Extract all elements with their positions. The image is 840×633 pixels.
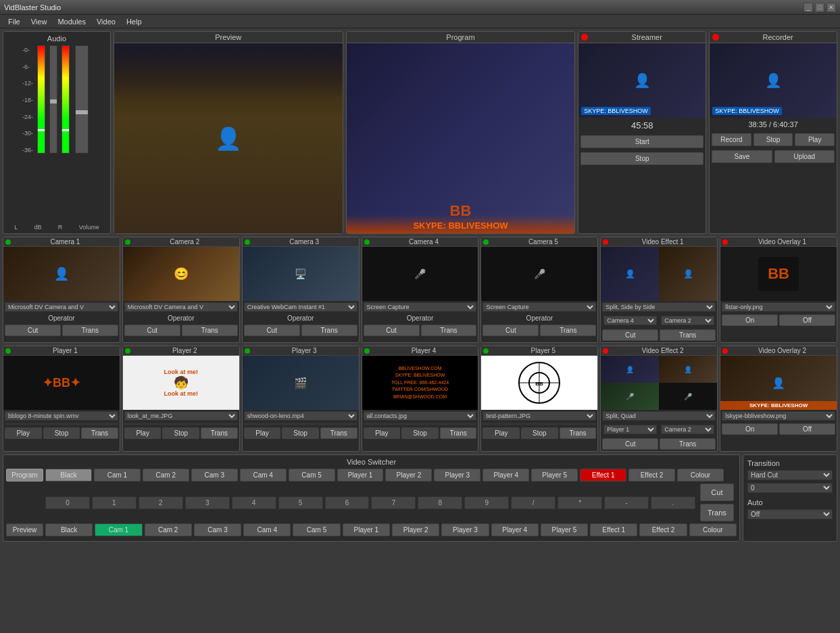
prev-player4-button[interactable]: Player 4 [491, 523, 539, 536]
prev-colour-button[interactable]: Colour [689, 523, 737, 536]
vfx-1-sub-b-select[interactable]: Camera 2 [661, 316, 714, 325]
prev-player2-button[interactable]: Player 2 [392, 523, 439, 536]
prog-player3-button[interactable]: Player 3 [434, 469, 480, 482]
prev-cam4-button[interactable]: Cam 4 [243, 523, 291, 536]
player-3-trans-button[interactable]: Trans [320, 427, 357, 439]
prev-effect1-button[interactable]: Effect 1 [590, 523, 637, 536]
prog-cam5-button[interactable]: Cam 5 [289, 469, 335, 482]
camera-3-trans-button[interactable]: Trans [301, 325, 357, 336]
streamer-stop-button[interactable]: Stop [580, 152, 703, 165]
player-2-file-select[interactable]: look_at_me.JPG [124, 411, 238, 421]
transition-value-select[interactable]: 0 [747, 483, 833, 493]
vfx-1-sub-a-select[interactable]: Camera 4 [603, 316, 657, 325]
prog-effect2-button[interactable]: Effect 2 [628, 469, 675, 482]
camera-2-cut-button[interactable]: Cut [124, 325, 180, 336]
player-2-play-button[interactable]: Play [124, 427, 162, 439]
maximize-button[interactable]: □ [815, 3, 824, 12]
vfx-1-trans-button[interactable]: Trans [660, 329, 716, 341]
recorder-stop-button[interactable]: Stop [753, 133, 793, 146]
minimize-button[interactable]: _ [804, 3, 813, 12]
camera-3-source-select[interactable]: Creative WebCam Instant #1 [244, 302, 357, 312]
player-4-stop-button[interactable]: Stop [401, 427, 439, 439]
transition-type-select[interactable]: Hard Cut Fade Wipe [747, 470, 833, 480]
vo-2-off-button[interactable]: Off [779, 423, 835, 435]
prog-player1-button[interactable]: Player 1 [337, 469, 384, 482]
player-3-stop-button[interactable]: Stop [282, 427, 319, 439]
prog-player5-button[interactable]: Player 5 [531, 469, 578, 482]
slider-left[interactable] [49, 45, 57, 154]
prev-black-button[interactable]: Black [45, 523, 93, 536]
menu-modules[interactable]: Modules [52, 17, 91, 26]
vfx-2-cut-button[interactable]: Cut [602, 438, 658, 450]
recorder-play-button[interactable]: Play [795, 133, 835, 146]
cut-button[interactable]: Cut [700, 484, 734, 501]
camera-5-cut-button[interactable]: Cut [483, 325, 539, 336]
camera-1-cut-button[interactable]: Cut [5, 325, 61, 336]
prev-cam3-button[interactable]: Cam 3 [194, 523, 241, 536]
vfx-1-source-select[interactable]: Split, Side by Side [602, 302, 716, 312]
menu-file[interactable]: File [3, 17, 26, 26]
vo-1-off-button[interactable]: Off [779, 314, 835, 326]
program-label-button[interactable]: Program [6, 469, 43, 482]
camera-4-trans-button[interactable]: Trans [421, 325, 477, 336]
player-1-play-button[interactable]: Play [5, 427, 42, 439]
menu-help[interactable]: Help [121, 17, 147, 26]
prev-cam2-button[interactable]: Cam 2 [145, 523, 192, 536]
prog-cam2-button[interactable]: Cam 2 [143, 469, 189, 482]
recorder-upload-button[interactable]: Upload [774, 150, 835, 163]
camera-3-cut-button[interactable]: Cut [244, 325, 300, 336]
player-1-trans-button[interactable]: Trans [81, 427, 118, 439]
player-2-trans-button[interactable]: Trans [201, 427, 238, 439]
camera-4-source-select[interactable]: Screen Capture [364, 302, 477, 312]
player-3-play-button[interactable]: Play [244, 427, 281, 439]
vfx-2-sub-a-select[interactable]: Player 1 [603, 425, 657, 434]
vfx-1-cut-button[interactable]: Cut [602, 329, 658, 341]
prog-cam1-button[interactable]: Cam 1 [94, 469, 141, 482]
preview-label-button[interactable]: Preview [6, 523, 43, 536]
player-2-stop-button[interactable]: Stop [162, 427, 199, 439]
prev-player5-button[interactable]: Player 5 [541, 523, 588, 536]
prog-player2-button[interactable]: Player 2 [385, 469, 432, 482]
prev-cam5-button[interactable]: Cam 5 [293, 523, 340, 536]
menu-view[interactable]: View [26, 17, 53, 26]
recorder-save-button[interactable]: Save [712, 150, 772, 163]
prog-cam4-button[interactable]: Cam 4 [240, 469, 287, 482]
player-4-file-select[interactable]: all.contacts.jpg [364, 411, 477, 421]
recorder-record-button[interactable]: Record [712, 133, 751, 146]
camera-2-trans-button[interactable]: Trans [182, 325, 238, 336]
vfx-2-sub-b-select[interactable]: Camera 2 [661, 425, 714, 434]
vo-2-source-select[interactable]: lskype-bbliveshow.png [722, 411, 835, 421]
camera-1-trans-button[interactable]: Trans [62, 325, 118, 336]
close-button[interactable]: ✕ [826, 3, 836, 12]
vo-2-on-button[interactable]: On [722, 423, 778, 435]
player-4-trans-button[interactable]: Trans [440, 427, 477, 439]
player-1-file-select[interactable]: bblogo 8-minute spin.wmv [5, 411, 118, 421]
vo-1-on-button[interactable]: On [722, 314, 778, 326]
prev-player1-button[interactable]: Player 1 [343, 523, 390, 536]
camera-4-cut-button[interactable]: Cut [364, 325, 420, 336]
vfx-2-trans-button[interactable]: Trans [660, 438, 716, 450]
camera-1-source-select[interactable]: Microsoft DV Camera and V [5, 302, 118, 312]
vfx-2-source-select[interactable]: Split, Quad [602, 411, 716, 421]
prog-black-button[interactable]: Black [45, 469, 92, 482]
camera-2-source-select[interactable]: Microsoft DV Camera and V [124, 302, 238, 312]
prev-player3-button[interactable]: Player 3 [441, 523, 489, 536]
volume-slider[interactable] [75, 45, 89, 154]
player-5-file-select[interactable]: test-pattern.JPG [483, 411, 596, 421]
player-5-trans-button[interactable]: Trans [560, 427, 597, 439]
prog-player4-button[interactable]: Player 4 [483, 469, 529, 482]
prev-cam1-button[interactable]: Cam 1 [95, 523, 142, 536]
player-1-stop-button[interactable]: Stop [43, 427, 80, 439]
prog-effect1-button[interactable]: Effect 1 [580, 469, 626, 482]
trans-button[interactable]: Trans [700, 504, 734, 521]
player-3-file-select[interactable]: shwood-on-leno.mp4 [244, 411, 357, 421]
player-5-stop-button[interactable]: Stop [521, 427, 558, 439]
prev-effect2-button[interactable]: Effect 2 [639, 523, 687, 536]
auto-select[interactable]: Off On [747, 509, 833, 519]
prog-colour-button[interactable]: Colour [677, 469, 724, 482]
camera-5-source-select[interactable]: Screen Capture [483, 302, 596, 312]
player-5-play-button[interactable]: Play [483, 427, 520, 439]
streamer-start-button[interactable]: Start [580, 135, 703, 148]
menu-video[interactable]: Video [91, 17, 121, 26]
vo-1-source-select[interactable]: llstar-only.png [722, 302, 835, 312]
